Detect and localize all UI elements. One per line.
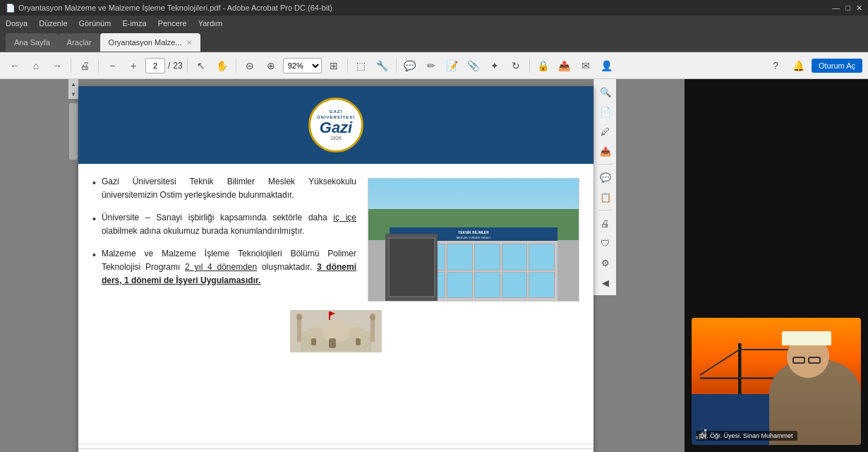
bell-button[interactable]: 🔔 [789, 56, 807, 75]
building-image: TEKNİK BİLİMLER MESLEK YÜKSEK OKULU [368, 178, 579, 302]
bullet-text-2: Üniversite – Sanayi işbirliği kapsamında… [102, 211, 356, 237]
select-button[interactable]: ↖ [192, 56, 210, 75]
stamp-button[interactable]: 📝 [443, 56, 462, 75]
scroll-down-button[interactable]: ▼ [68, 89, 78, 99]
slide-text-column: • Gazi Üniversitesi Teknik Bilimler Mesl… [92, 175, 356, 302]
tab-close-icon[interactable]: ✕ [186, 39, 192, 47]
close-button[interactable]: ✕ [856, 4, 862, 13]
bullet-item-2: • Üniversite – Sanayi işbirliği kapsamın… [92, 211, 356, 237]
sidebar-zoom-icon[interactable]: 🔍 [597, 83, 614, 100]
svg-point-5 [296, 314, 302, 321]
sidebar-page-icon[interactable]: 📄 [597, 103, 614, 120]
zoom-in-button[interactable]: + [124, 56, 143, 75]
zoom-minus-button[interactable]: ⊖ [241, 56, 259, 75]
window [502, 272, 528, 298]
video-background: Dr. Öğr. Üyesi. Sinan Muhammet [692, 318, 861, 445]
pen-button[interactable]: ✏ [422, 56, 440, 75]
svg-rect-8 [329, 311, 330, 320]
svg-point-1 [320, 320, 351, 343]
page-navigation: / 23 [145, 58, 183, 73]
building-background: TEKNİK BİLİMLER MESLEK YÜKSEK OKULU [368, 179, 579, 301]
zoom-plus-button[interactable]: ⊕ [262, 56, 280, 75]
comment-button[interactable]: 💬 [401, 56, 419, 75]
bullet-dot-2: • [92, 212, 96, 227]
separator-6 [396, 59, 397, 73]
menu-duzenle[interactable]: Düzenle [39, 19, 67, 28]
bullet2-end: olabilmek adına okulumuz burada konumlan… [102, 226, 304, 236]
redact-button[interactable]: ✦ [486, 56, 504, 75]
tab-tools[interactable]: Araçlar [59, 33, 100, 52]
sidebar-shield-icon[interactable]: 🛡 [597, 234, 614, 251]
tools-button2[interactable]: 🔧 [373, 56, 392, 75]
share-button[interactable]: 📤 [555, 56, 574, 75]
window [474, 244, 500, 270]
hand-button[interactable]: ✋ [213, 56, 231, 75]
attach-button[interactable]: 📎 [464, 56, 483, 75]
menu-pencere[interactable]: Pencere [158, 19, 187, 28]
svg-point-7 [370, 314, 375, 321]
signin-button[interactable]: Oturum Aç [812, 59, 862, 73]
scroll-thumb[interactable] [69, 103, 78, 160]
mosque-image [290, 310, 382, 352]
tab-home[interactable]: Ana Sayfa [6, 33, 59, 52]
bullet-item-1: • Gazi Üniversitesi Teknik Bilimler Mesl… [92, 175, 356, 201]
slide-bottom [92, 310, 579, 355]
svg-rect-11 [311, 338, 316, 345]
scroll-up-button[interactable]: ▲ [68, 79, 78, 89]
home-button[interactable]: ⌂ [27, 56, 45, 75]
menu-yardim[interactable]: Yardım [198, 19, 223, 28]
svg-rect-10 [329, 338, 336, 348]
zoom-select[interactable]: 92% 100% 75% [283, 58, 322, 73]
window-title: Oryantasyon Malzeme ve Malzeme İşleme Te… [18, 4, 332, 12]
logo-script: Gazi [320, 120, 352, 136]
help-button[interactable]: ? [766, 56, 785, 75]
page-separator: / [168, 61, 170, 71]
slide-footer: gazi.edu.tr [78, 444, 593, 452]
sidebar-export-icon[interactable]: 📤 [597, 143, 614, 160]
person-area [762, 328, 861, 445]
slide-header: GAZİÜNİVERSİTESİ Gazi 1926 [78, 86, 593, 164]
video-name-tag: Dr. Öğr. Üyesi. Sinan Muhammet [696, 431, 797, 441]
back-button[interactable]: ← [6, 56, 24, 75]
maximize-button[interactable]: □ [845, 4, 850, 13]
sidebar-comment-icon[interactable]: 💬 [597, 169, 614, 186]
bullet3-u1: 2 yıl 4 dönemden [185, 262, 257, 272]
account-button[interactable]: 👤 [598, 56, 616, 75]
scrollbar[interactable]: ▲ ▼ [68, 79, 78, 99]
zoom-out-button[interactable]: − [103, 56, 121, 75]
rotate-button[interactable]: ↻ [507, 56, 525, 75]
slide-content: • Gazi Üniversitesi Teknik Bilimler Mesl… [78, 164, 593, 444]
separator-7 [529, 59, 530, 73]
forward-button[interactable]: → [48, 56, 66, 75]
right-sidebar-tools: 🔍 📄 🖊 📤 💬 📋 🖨 🛡 ⚙ ◀ [593, 79, 616, 295]
window [529, 244, 555, 270]
menu-dosya[interactable]: Dosya [6, 19, 28, 28]
tab-document[interactable]: Oryantasyon Malze... ✕ [100, 33, 200, 52]
window [447, 244, 473, 270]
minimize-button[interactable]: — [832, 4, 840, 13]
print-button[interactable]: 🖨 [76, 56, 94, 75]
sidebar-separator-2 [598, 210, 613, 210]
bullet3-mid: oluşmaktadır. [257, 262, 317, 272]
tab-home-label: Ana Sayfa [14, 38, 50, 47]
separator-5 [347, 59, 348, 73]
toolbar: ← ⌂ → 🖨 − + / 23 ↖ ✋ ⊖ ⊕ 92% 100% 75% ⊞ … [0, 52, 868, 79]
page-total: 23 [173, 61, 182, 71]
email-button[interactable]: ✉ [577, 56, 595, 75]
sidebar-edit-icon[interactable]: 🖊 [597, 123, 614, 140]
tab-document-label: Oryantasyon Malze... [109, 38, 182, 47]
sidebar-print-icon[interactable]: 🖨 [597, 215, 614, 232]
sidebar-settings-icon[interactable]: ⚙ [597, 254, 614, 271]
sidebar-collapse-icon[interactable]: ◀ [597, 274, 614, 291]
marquee-button[interactable]: ⬚ [352, 56, 370, 75]
sidebar-stamp-icon[interactable]: 📋 [597, 189, 614, 206]
page-input[interactable] [145, 58, 165, 73]
separator-2 [98, 59, 99, 73]
window [529, 272, 555, 298]
menu-gorunum[interactable]: Görünüm [79, 19, 111, 28]
video-panel: Dr. Öğr. Üyesi. Sinan Muhammet [685, 79, 868, 452]
menu-eimza[interactable]: E-imza [122, 19, 146, 28]
window [447, 272, 473, 298]
protect-button[interactable]: 🔒 [534, 56, 553, 75]
fit-page-button[interactable]: ⊞ [325, 56, 343, 75]
